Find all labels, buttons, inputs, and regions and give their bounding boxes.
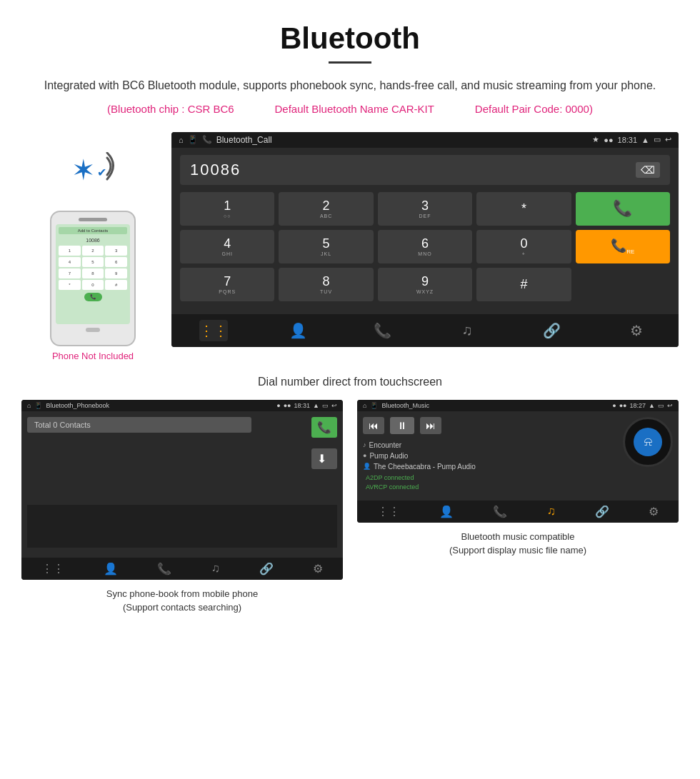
back-icon: ↩ xyxy=(665,135,671,144)
ms-signal-dots: ●● xyxy=(619,402,627,409)
phonebook-search[interactable]: Total 0 Contacts xyxy=(27,417,251,433)
phone-side: ✶ ✔ Add to Contacts 10086 1 2 3 4 xyxy=(21,132,164,361)
key-8[interactable]: 8 TUV xyxy=(279,268,373,301)
backspace-button[interactable]: ⌫ xyxy=(636,162,660,178)
pb-nav-call[interactable]: 📞 xyxy=(157,562,171,576)
key-hash[interactable]: # xyxy=(476,268,571,301)
phone-key-6: 6 xyxy=(105,257,127,267)
call-button[interactable]: 📞 xyxy=(576,192,670,226)
spec-name: Default Bluetooth Name CAR-KIT xyxy=(275,103,434,115)
ms-nav-settings[interactable]: ⚙ xyxy=(649,505,659,518)
pb-expand-icon: ▲ xyxy=(313,402,319,409)
car-screen-main: ⌂ 📱 📞 Bluetooth_Call ★ ●● 18:31 ▲ ▭ ↩ 10… xyxy=(171,132,679,347)
page-title: Bluetooth xyxy=(43,21,657,56)
ms-expand-icon: ▲ xyxy=(649,402,655,409)
ms-status-right: ● ●● 18:27 ▲ ▭ ↩ xyxy=(612,402,673,409)
track-name-1: Encounter xyxy=(369,441,402,449)
title-underline xyxy=(329,61,371,64)
car-statusbar: ⌂ 📱 📞 Bluetooth_Call ★ ●● 18:31 ▲ ▭ ↩ xyxy=(171,132,679,148)
track-icon-1: ♪ xyxy=(363,441,366,448)
track-icon-3: 👤 xyxy=(363,463,371,470)
pb-nav-settings[interactable]: ⚙ xyxy=(313,562,323,576)
phone-key-9: 9 xyxy=(105,268,127,278)
key-1[interactable]: 1 ○○ xyxy=(180,192,274,226)
avrcp-status: AVRCP connected xyxy=(363,483,673,491)
nav-call[interactable]: 📞 xyxy=(369,320,397,341)
phone-key-hash: # xyxy=(105,280,127,290)
wifi-waves-icon: ✔ xyxy=(94,152,120,193)
phone-call-button: 📞 xyxy=(84,293,102,301)
phonebook-download-button[interactable]: ⬇ xyxy=(311,448,337,469)
prev-button[interactable]: ⏮ xyxy=(363,417,384,434)
nav-contacts[interactable]: 👤 xyxy=(284,320,312,341)
pb-time: 18:31 xyxy=(294,402,311,409)
phone-screen: Add to Contacts 10086 1 2 3 4 5 6 7 8 9 … xyxy=(56,224,130,324)
nav-link[interactable]: 🔗 xyxy=(537,320,566,341)
key-7[interactable]: 7 PQRS xyxy=(180,268,274,301)
bluetooth-vinyl-icon: ⍾ xyxy=(634,428,662,456)
phone-key-3: 3 xyxy=(105,246,127,256)
car-status-left: ⌂ 📱 📞 Bluetooth_Call xyxy=(179,135,272,145)
page-specs: (Bluetooth chip : CSR BC6 Default Blueto… xyxy=(43,101,657,118)
nav-music[interactable]: ♫ xyxy=(453,320,481,341)
phone-key-8: 8 xyxy=(82,268,104,278)
pb-back-icon: ↩ xyxy=(331,402,337,409)
track-name-2: Pump Audio xyxy=(369,452,408,460)
home-icon: ⌂ xyxy=(179,136,184,144)
key-star[interactable]: * xyxy=(476,192,571,226)
pb-nav-contacts[interactable]: 👤 xyxy=(104,562,118,576)
music-panel: ⌂ 📱 Bluetooth_Music ● ●● 18:27 ▲ ▭ ↩ ⏮ ⏸… xyxy=(357,400,679,615)
car-status-right: ★ ●● 18:31 ▲ ▭ ↩ xyxy=(592,135,671,144)
phonebook-statusbar: ⌂ 📱 Bluetooth_Phonebook ● ●● 18:31 ▲ ▭ ↩ xyxy=(21,400,343,411)
key-0[interactable]: 0 + xyxy=(476,230,571,263)
window-icon: ▭ xyxy=(654,135,661,144)
ms-nav-call[interactable]: 📞 xyxy=(493,505,507,518)
ms-app-name: Bluetooth_Music xyxy=(381,402,429,409)
pb-status-right: ● ●● 18:31 ▲ ▭ ↩ xyxy=(276,402,337,409)
spec-chip: (Bluetooth chip : CSR BC6 xyxy=(107,103,234,115)
track-3: 👤 The Cheebacabra - Pump Audio xyxy=(363,461,673,472)
play-button[interactable]: ⏸ xyxy=(390,417,414,434)
bluetooth-icon: ✶ xyxy=(71,154,96,186)
nav-dialpad[interactable]: ⋮⋮ xyxy=(199,320,228,341)
pb-nav-link[interactable]: 🔗 xyxy=(259,562,274,576)
car-bottom-nav: ⋮⋮ 👤 📞 ♫ 🔗 ⚙ xyxy=(171,314,679,347)
key-6[interactable]: 6 MNO xyxy=(378,230,472,263)
pb-nav-music[interactable]: ♫ xyxy=(211,562,220,575)
phone-dialpad: 1 2 3 4 5 6 7 8 9 * 0 # xyxy=(59,246,127,290)
bluetooth-icon-area: ✶ ✔ xyxy=(64,146,121,203)
phonebook-call-button[interactable]: 📞 xyxy=(311,417,337,438)
phone-screen-top: Add to Contacts xyxy=(59,227,127,234)
spec-code: Default Pair Code: 0000) xyxy=(475,103,593,115)
phone-not-included-label: Phone Not Included xyxy=(52,351,134,361)
key-2[interactable]: 2 ABC xyxy=(279,192,373,226)
pb-nav-dialpad[interactable]: ⋮⋮ xyxy=(41,562,64,576)
ms-bottom-nav: ⋮⋮ 👤 📞 ♫ 🔗 ⚙ xyxy=(357,501,679,523)
signal-dots-icon: ●● xyxy=(604,136,613,144)
key-5[interactable]: 5 JKL xyxy=(279,230,373,263)
next-button[interactable]: ⏭ xyxy=(420,417,441,434)
recall-button[interactable]: 📞RE xyxy=(576,230,670,263)
ms-nav-link[interactable]: 🔗 xyxy=(595,505,609,518)
recall-icon: 📞RE xyxy=(611,238,634,255)
key-9[interactable]: 9 WXYZ xyxy=(378,268,472,301)
ms-nav-contacts[interactable]: 👤 xyxy=(439,505,454,518)
nav-settings[interactable]: ⚙ xyxy=(622,320,651,341)
key-4[interactable]: 4 GHI xyxy=(180,230,274,263)
music-screen: ⌂ 📱 Bluetooth_Music ● ●● 18:27 ▲ ▭ ↩ ⏮ ⏸… xyxy=(357,400,679,523)
phone-speaker xyxy=(79,218,107,221)
ms-nav-dialpad[interactable]: ⋮⋮ xyxy=(377,505,400,518)
ms-window-icon: ▭ xyxy=(658,402,664,409)
phone-key-2: 2 xyxy=(82,246,104,256)
key-3[interactable]: 3 DEF xyxy=(378,192,472,226)
call-icon-green: 📞 xyxy=(613,199,632,218)
page-description: Integrated with BC6 Bluetooth module, su… xyxy=(43,76,657,95)
music-caption: Bluetooth music compatible (Support disp… xyxy=(449,530,586,558)
pb-app-name: Bluetooth_Phonebook xyxy=(46,402,109,409)
ms-bt-icon: ● xyxy=(612,402,616,409)
phone-key-1: 1 xyxy=(59,246,81,256)
bluetooth-status-icon: ★ xyxy=(592,135,599,144)
phone-key-star: * xyxy=(59,280,81,290)
ms-nav-music[interactable]: ♫ xyxy=(547,505,556,518)
phone-key-4: 4 xyxy=(59,257,81,267)
